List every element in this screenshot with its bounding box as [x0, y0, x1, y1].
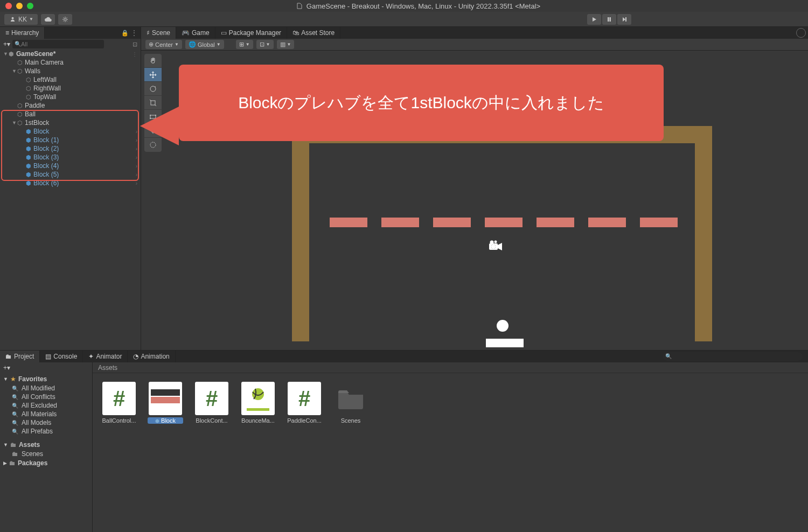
ball-gizmo[interactable] — [497, 320, 509, 332]
block1-row[interactable]: ⬢Block (1)› — [0, 136, 141, 144]
ball-row[interactable]: ⬡Ball — [0, 110, 141, 118]
create-dropdown[interactable]: +▾ — [3, 364, 10, 372]
tab-package-manager[interactable]: ▭Package Manager — [215, 27, 287, 39]
project-breadcrumb[interactable]: Assets — [93, 362, 808, 373]
scene-toolbar: ⊕Center▼ 🌐Global▼ ⊞▼ ⊡▼ ▥▼ — [141, 39, 808, 51]
tab-game[interactable]: 🎮Game — [176, 27, 215, 39]
block-gizmo[interactable] — [537, 218, 574, 227]
fav-all-materials[interactable]: 🔍All Materials — [3, 410, 89, 418]
main-camera-row[interactable]: ⬡Main Camera — [0, 58, 141, 67]
fav-all-prefabs[interactable]: 🔍All Prefabs — [3, 427, 89, 436]
block-gizmo[interactable] — [381, 218, 419, 227]
asset-ballcontrol[interactable]: # BallControl... — [101, 382, 137, 424]
rightwall-row[interactable]: ⬡RightWall — [0, 84, 141, 93]
block4-row[interactable]: ⬢Block (4)› — [0, 162, 141, 170]
fav-all-excluded[interactable]: 🔍All Excluded — [3, 401, 89, 410]
prefab-open-icon[interactable]: › — [136, 146, 137, 152]
topwall-row[interactable]: ⬡TopWall — [0, 93, 141, 101]
hierarchy-tab[interactable]: ≡ Hierarchy — [0, 27, 45, 39]
rotate-tool[interactable] — [144, 82, 162, 96]
block-gizmo[interactable] — [640, 218, 678, 227]
kebab-icon[interactable]: ⋮ — [131, 29, 137, 37]
assets-grid[interactable]: # BallControl... ⬢ Block # BlockCont... — [93, 373, 808, 432]
account-dropdown[interactable]: KK ▼ — [4, 14, 38, 25]
create-dropdown[interactable]: +▾ — [3, 40, 10, 48]
asset-paddlecontrol[interactable]: # PaddleCon... — [287, 382, 322, 424]
tab-animator[interactable]: ✦Animator — [83, 351, 128, 362]
paddle-gizmo[interactable] — [486, 339, 524, 347]
snap-increment-dropdown[interactable]: ⊡▼ — [256, 40, 274, 49]
gameobject-icon: ⬡ — [26, 94, 33, 101]
snap-rotate-dropdown[interactable]: ▥▼ — [277, 40, 295, 49]
block5-row[interactable]: ⬢Block (5)› — [0, 170, 141, 179]
block6-row[interactable]: ⬢Block (6)› — [0, 179, 141, 187]
space-dropdown[interactable]: 🌐Global▼ — [185, 40, 224, 49]
tab-asset-store[interactable]: 🛍Asset Store — [287, 27, 340, 39]
walls-row[interactable]: ▼⬡Walls — [0, 67, 141, 75]
fav-all-models[interactable]: 🔍All Models — [3, 418, 89, 427]
snap-grid-dropdown[interactable]: ⊞▼ — [236, 40, 253, 49]
block-gizmo[interactable] — [330, 218, 367, 227]
tab-animation[interactable]: ◔Animation — [128, 351, 175, 362]
search-icon: 🔍 — [12, 429, 18, 435]
settings-button[interactable] — [58, 14, 72, 25]
block-gizmo[interactable] — [485, 218, 523, 227]
asset-block[interactable]: ⬢ Block — [148, 382, 183, 424]
hierarchy-tree[interactable]: ▼⬢GameScene*⋮ ⬡Main Camera ▼⬡Walls ⬡Left… — [0, 50, 141, 350]
block-gizmo[interactable] — [433, 218, 471, 227]
scene-tab-icon: ♯ — [147, 29, 150, 37]
assets-folder[interactable]: ▼🖿Assets — [3, 440, 89, 450]
scene-menu-icon[interactable]: ⋮ — [132, 51, 137, 57]
sync-icon[interactable]: ⊡ — [133, 41, 137, 48]
asset-bouncematerial[interactable]: BounceMa... — [240, 382, 276, 424]
fav-all-conflicts[interactable]: 🔍All Conflicts — [3, 393, 89, 401]
project-search-input[interactable] — [663, 352, 803, 361]
pivot-dropdown[interactable]: ⊕Center▼ — [145, 40, 182, 49]
prefab-open-icon[interactable]: › — [136, 172, 137, 178]
prefab-open-icon[interactable]: › — [136, 180, 137, 186]
chevron-down-icon: ▼ — [29, 17, 33, 22]
svg-rect-3 — [610, 17, 611, 22]
play-button[interactable] — [587, 14, 601, 25]
tab-console[interactable]: ▤Console — [40, 351, 83, 362]
block-gizmo[interactable] — [588, 218, 626, 227]
block-row[interactable]: ⬢Block› — [0, 127, 141, 136]
favorites-header[interactable]: ▼★Favorites — [3, 374, 89, 384]
game-preview — [292, 126, 712, 341]
asset-scenes-folder[interactable]: Scenes — [333, 382, 368, 424]
hierarchy-tab-label: Hierarchy — [11, 29, 39, 37]
packages-folder[interactable]: ▶🖿Packages — [3, 458, 89, 468]
tab-project[interactable]: 🖿Project — [0, 351, 40, 362]
cloud-button[interactable] — [41, 14, 55, 25]
scenes-folder[interactable]: 🖿Scenes — [3, 450, 89, 458]
block2-row[interactable]: ⬢Block (2)› — [0, 144, 141, 153]
close-window-icon[interactable] — [5, 3, 12, 9]
pause-button[interactable] — [602, 14, 616, 25]
tab-scene[interactable]: ♯Scene — [141, 27, 176, 39]
svg-rect-4 — [625, 17, 626, 22]
hand-tool[interactable] — [144, 54, 162, 68]
move-tool[interactable] — [144, 68, 162, 82]
scene-row[interactable]: ▼⬢GameScene*⋮ — [0, 50, 141, 58]
gameobject-icon: ⬡ — [17, 120, 25, 127]
prefab-open-icon[interactable]: › — [136, 137, 137, 143]
animation-icon: ◔ — [133, 353, 138, 360]
hierarchy-search-input[interactable] — [12, 40, 104, 48]
asset-blockcontrol[interactable]: # BlockCont... — [194, 382, 229, 424]
leftwall-row[interactable]: ⬡LeftWall — [0, 75, 141, 84]
minimize-window-icon[interactable] — [16, 3, 23, 9]
gameobject-icon: ⬡ — [26, 76, 33, 83]
maximize-window-icon[interactable] — [27, 3, 33, 9]
window-title: GameScene - Breakout - Windows, Mac, Lin… — [33, 2, 803, 10]
paddle-row[interactable]: ⬡Paddle — [0, 101, 141, 110]
firstblock-row[interactable]: ▼⬡1stBlock — [0, 118, 141, 127]
prefab-open-icon[interactable]: › — [136, 129, 137, 135]
prefab-open-icon[interactable]: › — [136, 163, 137, 169]
step-button[interactable] — [617, 14, 631, 25]
block3-row[interactable]: ⬢Block (3)› — [0, 153, 141, 162]
prefab-open-icon[interactable]: › — [136, 155, 137, 160]
scene-settings-icon[interactable] — [796, 28, 806, 38]
camera-gizmo-icon[interactable] — [486, 239, 504, 254]
lock-icon[interactable]: 🔒 — [121, 30, 129, 37]
fav-all-modified[interactable]: 🔍All Modified — [3, 384, 89, 393]
